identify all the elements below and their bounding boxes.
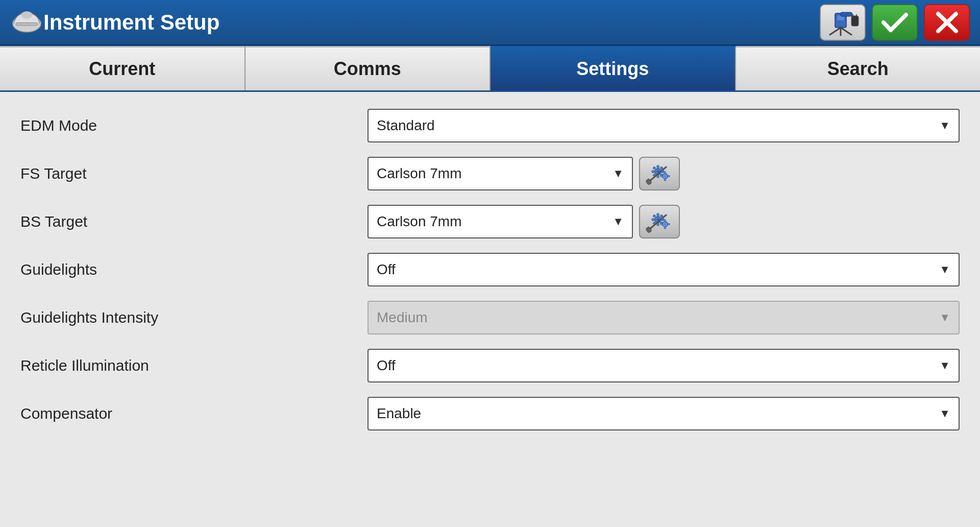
svg-rect-16 (657, 165, 659, 168)
guidelights-value: Off (377, 261, 396, 278)
header-buttons (820, 4, 970, 41)
bs-target-control: Carlson 7mm ▼ (368, 205, 960, 238)
bs-target-arrow: ▼ (612, 215, 624, 228)
svg-rect-44 (664, 220, 666, 222)
svg-rect-18 (652, 171, 654, 173)
tab-search[interactable]: Search (736, 46, 981, 90)
gear-icon (646, 209, 674, 234)
reticle-illumination-arrow: ▼ (939, 359, 950, 372)
bs-target-label: BS Target (20, 213, 368, 230)
compensator-row: Compensator Enable ▼ (20, 395, 960, 432)
svg-rect-1 (16, 22, 38, 26)
guidelights-intensity-row: Guidelights Intensity Medium ▼ (20, 299, 960, 336)
fs-target-gear-button[interactable] (639, 157, 680, 190)
reticle-illumination-value: Off (377, 357, 396, 374)
guidelights-intensity-arrow: ▼ (939, 311, 950, 324)
edm-mode-select[interactable]: Standard ▼ (368, 109, 960, 142)
instrument-button[interactable] (820, 4, 866, 41)
svg-rect-28 (660, 176, 663, 177)
compensator-value: Enable (377, 405, 421, 422)
svg-line-5 (830, 28, 841, 35)
svg-rect-8 (840, 12, 852, 16)
tab-current[interactable]: Current (0, 46, 246, 90)
svg-point-2 (21, 11, 32, 19)
reticle-illumination-select[interactable]: Off ▼ (368, 349, 960, 382)
compensator-select[interactable]: Enable ▼ (368, 397, 960, 430)
compensator-label: Compensator (20, 405, 368, 422)
page-title: Instrument Setup (43, 10, 820, 35)
guidelights-intensity-label: Guidelights Intensity (20, 309, 368, 326)
tab-settings[interactable]: Settings (491, 46, 736, 90)
svg-rect-47 (668, 224, 670, 225)
cancel-button[interactable] (924, 4, 970, 41)
svg-rect-27 (664, 179, 666, 181)
fs-target-label: FS Target (20, 165, 368, 182)
header: Instrument Setup (0, 0, 980, 46)
svg-rect-34 (657, 213, 659, 216)
guidelights-intensity-control: Medium ▼ (368, 301, 960, 334)
guidelights-select[interactable]: Off ▼ (368, 253, 960, 286)
svg-point-43 (664, 223, 666, 226)
svg-rect-45 (664, 227, 666, 229)
svg-rect-29 (668, 176, 670, 177)
bs-target-row: BS Target Carlson 7mm ▼ (20, 203, 960, 240)
tab-comms[interactable]: Comms (246, 46, 491, 90)
edm-mode-control: Standard ▼ (368, 109, 960, 142)
helmet-icon (10, 6, 43, 39)
fs-target-select[interactable]: Carlson 7mm ▼ (368, 157, 633, 190)
svg-rect-26 (664, 172, 666, 174)
svg-point-25 (664, 175, 666, 178)
reticle-illumination-control: Off ▼ (368, 349, 960, 382)
svg-line-7 (841, 28, 851, 35)
close-icon (933, 10, 961, 35)
guidelights-row: Guidelights Off ▼ (20, 251, 960, 288)
reticle-illumination-row: Reticle Illumination Off ▼ (20, 347, 960, 384)
edm-mode-label: EDM Mode (20, 117, 368, 134)
fs-target-value: Carlson 7mm (377, 165, 461, 182)
svg-rect-21 (660, 166, 663, 170)
svg-rect-46 (660, 224, 663, 225)
edm-mode-value: Standard (377, 117, 435, 134)
edm-mode-row: EDM Mode Standard ▼ (20, 107, 960, 144)
gear-icon (646, 161, 674, 186)
compensator-arrow: ▼ (939, 407, 950, 420)
guidelights-intensity-select: Medium ▼ (368, 301, 960, 334)
ok-button[interactable] (872, 4, 918, 41)
svg-rect-20 (653, 166, 656, 170)
settings-content: EDM Mode Standard ▼ FS Target Carlson 7m… (0, 92, 980, 527)
guidelights-intensity-value: Medium (377, 309, 428, 326)
tab-bar: Current Comms Settings Search (0, 46, 980, 92)
svg-rect-36 (652, 219, 654, 221)
svg-rect-39 (660, 214, 663, 218)
bs-target-gear-button[interactable] (639, 205, 680, 238)
check-icon (879, 10, 910, 35)
guidelights-control: Off ▼ (368, 253, 960, 286)
bs-target-select[interactable]: Carlson 7mm ▼ (368, 205, 633, 238)
fs-target-control: Carlson 7mm ▼ (368, 157, 960, 190)
edm-mode-arrow: ▼ (939, 119, 950, 132)
fs-target-row: FS Target Carlson 7mm ▼ (20, 155, 960, 192)
fs-target-arrow: ▼ (612, 167, 624, 180)
reticle-illumination-label: Reticle Illumination (20, 357, 368, 374)
compensator-control: Enable ▼ (368, 397, 960, 430)
guidelights-arrow: ▼ (939, 263, 950, 276)
instrument-icon (825, 8, 861, 36)
bs-target-value: Carlson 7mm (377, 213, 461, 230)
svg-rect-9 (851, 16, 859, 26)
svg-rect-38 (653, 214, 656, 218)
guidelights-label: Guidelights (20, 261, 368, 278)
